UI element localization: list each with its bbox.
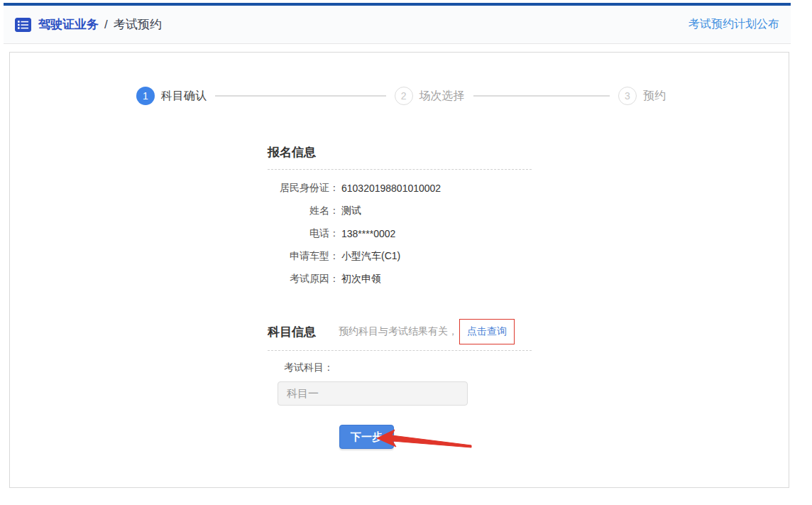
subject-section-header: 科目信息 预约科目与考试结果有关， 点击查询	[268, 319, 532, 351]
main-panel: 1 科目确认 2 场次选择 3 预约 报名信息 居民身份证： 610320198…	[9, 52, 789, 488]
info-row-vehicle-type: 申请车型： 小型汽车(C1)	[273, 245, 532, 268]
step-connector	[473, 95, 610, 97]
info-label: 姓名：	[273, 205, 339, 217]
registration-title: 报名信息	[268, 146, 316, 159]
exam-subject-label: 考试科目：	[284, 362, 532, 374]
step-session-select: 2 场次选择	[395, 87, 465, 105]
info-value: 138****0002	[341, 228, 395, 239]
step-2-circle: 2	[395, 87, 413, 105]
step-reserve: 3 预约	[618, 87, 666, 105]
info-label: 考试原因：	[273, 273, 339, 286]
step-1-circle: 1	[136, 87, 155, 105]
info-row-phone: 电话： 138****0002	[273, 222, 532, 245]
info-row-name: 姓名： 测试	[273, 200, 532, 222]
info-label: 申请车型：	[273, 250, 339, 263]
subject-title: 科目信息	[268, 324, 316, 340]
step-3-circle: 3	[618, 87, 637, 105]
list-icon	[15, 18, 31, 32]
subject-note: 预约科目与考试结果有关，	[339, 325, 458, 338]
next-step-button[interactable]: 下一步	[339, 425, 394, 449]
breadcrumb-section[interactable]: 驾驶证业务	[38, 16, 99, 33]
info-value: 小型汽车(C1)	[341, 250, 400, 263]
info-label: 电话：	[273, 227, 339, 240]
content-column: 报名信息 居民身份证： 610320198801010002 姓名： 测试 电话…	[268, 144, 532, 449]
step-subject-confirm: 1 科目确认	[136, 87, 207, 105]
page-header: 驾驶证业务 / 考试预约 考试预约计划公布	[4, 6, 791, 44]
info-row-exam-reason: 考试原因： 初次申领	[273, 268, 532, 290]
registration-section-header: 报名信息	[268, 144, 532, 170]
breadcrumb-separator: /	[104, 18, 108, 32]
info-value: 610320198801010002	[341, 183, 441, 194]
step-1-label: 科目确认	[161, 89, 207, 104]
breadcrumb: 驾驶证业务 / 考试预约	[15, 16, 162, 33]
info-value: 初次申领	[341, 273, 381, 286]
info-row-id: 居民身份证： 610320198801010002	[273, 177, 532, 200]
info-value: 测试	[341, 205, 361, 217]
step-3-label: 预约	[643, 89, 666, 104]
exam-subject-input[interactable]	[278, 381, 468, 406]
wizard-stepper: 1 科目确认 2 场次选择 3 预约	[136, 87, 666, 105]
step-connector	[215, 95, 386, 97]
info-label: 居民身份证：	[273, 182, 339, 195]
step-2-label: 场次选择	[419, 89, 465, 104]
registration-info-list: 居民身份证： 610320198801010002 姓名： 测试 电话： 138…	[273, 177, 532, 290]
exam-plan-announcement-link[interactable]: 考试预约计划公布	[688, 17, 779, 32]
breadcrumb-current: 考试预约	[114, 16, 162, 33]
query-results-link[interactable]: 点击查询	[459, 319, 515, 344]
